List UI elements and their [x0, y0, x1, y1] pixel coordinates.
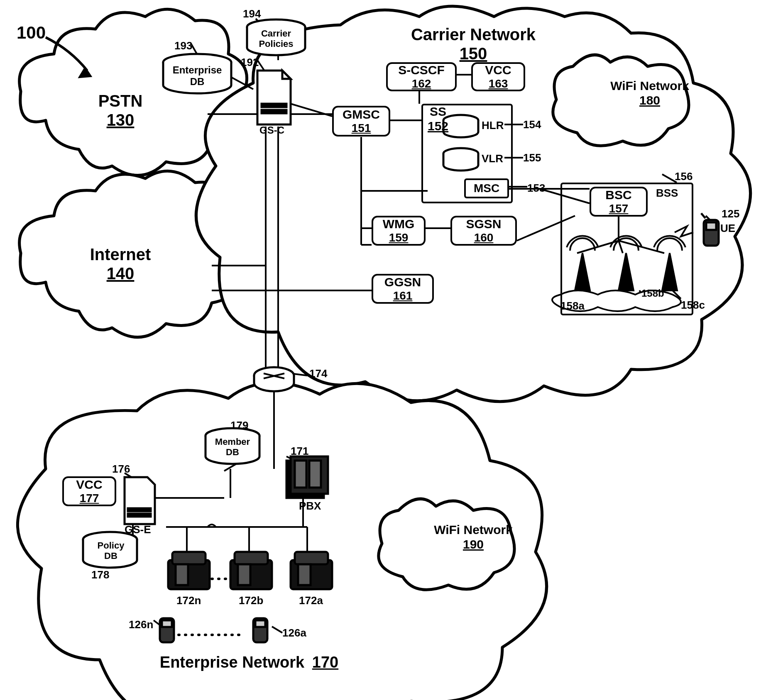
svg-rect-80 — [291, 560, 332, 589]
pstn-title: PSTN — [83, 91, 158, 110]
cloud-internet-label: Internet 140 — [79, 245, 162, 283]
ref-194: 194 — [243, 7, 261, 20]
box-ggsn: GGSN 161 — [372, 274, 434, 304]
ref-156: 156 — [675, 170, 692, 183]
ss-name: SS — [428, 105, 448, 119]
scscf-ref: 162 — [412, 78, 431, 90]
vcc-e-ref: 177 — [80, 492, 99, 505]
gs-c-label: GS-C — [259, 124, 284, 136]
gmsc-ref: 151 — [352, 122, 371, 135]
enterprise-title: Enterprise Network — [160, 654, 304, 671]
svg-rect-85 — [253, 618, 267, 642]
box-vcc-top: VCC 163 — [471, 62, 525, 91]
box-scscf: S-CSCF 162 — [386, 62, 457, 91]
cloud-wifi-top-label: WiFi Network 180 — [604, 79, 695, 107]
svg-line-59 — [264, 373, 284, 378]
cloud-carrier-label: Carrier Network 150 — [399, 25, 548, 63]
wifi-bottom-title: WiFi Network — [428, 523, 519, 537]
svg-rect-56 — [262, 104, 286, 107]
ref-192: 192 — [241, 56, 259, 69]
box-gmsc: GMSC 151 — [332, 106, 390, 137]
ref-176: 176 — [112, 463, 130, 476]
svg-rect-81 — [295, 552, 328, 564]
vcc-top-name: VCC — [485, 63, 511, 77]
cloud-pstn-label: PSTN 130 — [83, 91, 158, 129]
ref-172b: 172b — [239, 594, 263, 607]
svg-rect-79 — [238, 564, 250, 585]
ref-174: 174 — [309, 367, 327, 380]
figure-ref: 100 — [17, 23, 46, 43]
ref-126a: 126a — [282, 627, 306, 639]
ref-179: 179 — [230, 419, 248, 432]
ggsn-ref: 161 — [393, 290, 413, 302]
wifi-top-title: WiFi Network — [604, 79, 695, 93]
svg-rect-67 — [295, 461, 306, 488]
wmg-ref: 159 — [389, 232, 409, 244]
svg-rect-66 — [291, 456, 328, 494]
box-wmg: WMG 159 — [372, 216, 426, 246]
internet-ref: 140 — [79, 264, 162, 283]
svg-rect-83 — [160, 618, 174, 642]
ref-193: 193 — [174, 39, 192, 52]
svg-rect-68 — [309, 461, 321, 488]
bss-label: BSS — [656, 187, 678, 200]
svg-point-58 — [254, 367, 294, 384]
carrier-policies-label: Carrier Policies — [253, 28, 299, 49]
ref-153: 153 — [527, 182, 545, 195]
gs-e-label: GS-E — [125, 524, 151, 536]
box-sgsn: SGSN 160 — [450, 216, 517, 246]
pstn-ref: 130 — [83, 110, 158, 129]
ggsn-name: GGSN — [384, 275, 421, 289]
box-msc: MSC — [464, 178, 509, 198]
bsc-ref: 157 — [609, 202, 629, 215]
svg-rect-57 — [262, 110, 286, 113]
sgsn-name: SGSN — [466, 217, 501, 231]
svg-line-27 — [224, 456, 249, 471]
wifi-bottom-ref: 190 — [428, 537, 519, 552]
vcc-top-ref: 163 — [489, 78, 508, 90]
bsc-name: BSC — [605, 188, 631, 202]
ss-ref: 152 — [428, 119, 448, 134]
svg-rect-72 — [706, 222, 716, 230]
ref-178: 178 — [91, 568, 109, 581]
svg-rect-82 — [298, 564, 311, 585]
ref-158a: 158a — [560, 300, 585, 312]
vcc-e-name: VCC — [76, 478, 102, 491]
svg-rect-71 — [704, 220, 719, 246]
svg-rect-63 — [128, 508, 151, 511]
ref-158b: 158b — [641, 288, 664, 299]
ue-label: UE — [720, 222, 735, 235]
cloud-enterprise-label: Enterprise Network 170 — [158, 654, 340, 672]
ref-155: 155 — [523, 151, 541, 164]
pbx-label: PBX — [299, 500, 321, 512]
ss-title: SS 152 — [428, 105, 448, 133]
ref-126n: 126n — [129, 618, 153, 631]
policy-db-label: Policy DB — [92, 540, 130, 561]
ref-125: 125 — [722, 207, 739, 220]
cloud-wifi-bottom-label: WiFi Network 190 — [428, 523, 519, 551]
svg-line-41 — [706, 216, 714, 224]
ref-172a: 172a — [299, 594, 323, 607]
enterprise-ref: 170 — [312, 654, 338, 671]
svg-rect-78 — [235, 552, 268, 564]
svg-line-4 — [291, 104, 332, 116]
carrier-ref: 150 — [399, 44, 548, 63]
svg-rect-84 — [162, 620, 172, 627]
carrier-title: Carrier Network — [399, 25, 548, 44]
svg-line-42 — [291, 373, 307, 376]
internet-title: Internet — [79, 245, 162, 264]
wmg-name: WMG — [383, 217, 415, 231]
enterprise-db-label: Enterprise DB — [170, 64, 224, 87]
svg-line-60 — [264, 373, 284, 378]
svg-rect-86 — [255, 620, 265, 627]
gmsc-name: GMSC — [343, 107, 380, 121]
svg-rect-65 — [286, 461, 324, 498]
svg-line-50 — [154, 620, 162, 627]
ref-172n: 172n — [176, 594, 201, 607]
member-db-label: Member DB — [212, 437, 253, 458]
sgsn-ref: 160 — [474, 232, 494, 244]
hlr-label: HLR — [482, 120, 504, 132]
scscf-name: S-CSCF — [398, 63, 445, 77]
wifi-top-ref: 180 — [604, 93, 695, 108]
ref-171: 171 — [291, 445, 308, 458]
